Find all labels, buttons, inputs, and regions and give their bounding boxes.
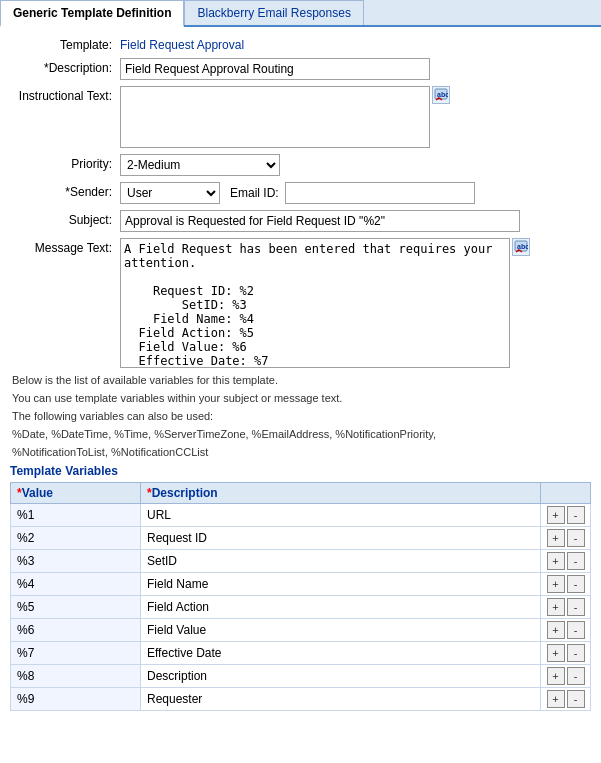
instructional-spellcheck-button[interactable]: abc [432,86,450,104]
var-value-cell [11,642,141,665]
helper-line2: You can use template variables within yo… [10,392,591,404]
var-description-input[interactable] [145,506,536,524]
add-row-button[interactable]: + [547,552,565,570]
message-wrap: A Field Request has been entered that re… [120,238,530,368]
add-row-button[interactable]: + [547,621,565,639]
var-description-input[interactable] [145,621,536,639]
message-textarea[interactable]: A Field Request has been entered that re… [121,239,506,367]
tab-bar: Generic Template Definition Blackberry E… [0,0,601,27]
var-actions-cell: +- [541,527,591,550]
var-value-cell [11,665,141,688]
var-actions-cell: +- [541,688,591,711]
remove-row-button[interactable]: - [567,529,585,547]
col-header-value: Value [11,483,141,504]
remove-row-button[interactable]: - [567,690,585,708]
var-actions-cell: +- [541,619,591,642]
template-variables-title: Template Variables [10,464,591,478]
var-value-input[interactable] [15,644,136,662]
message-scrollbox: A Field Request has been entered that re… [120,238,510,368]
table-row: +- [11,688,591,711]
table-row: +- [11,665,591,688]
tab-generic[interactable]: Generic Template Definition [0,0,184,27]
description-row: *Description: [10,58,591,80]
var-value-input[interactable] [15,621,136,639]
var-value-input[interactable] [15,575,136,593]
var-description-input[interactable] [145,690,536,708]
remove-row-button[interactable]: - [567,644,585,662]
subject-input[interactable] [120,210,520,232]
var-value-input[interactable] [15,598,136,616]
svg-text:abc: abc [517,243,528,250]
add-row-button[interactable]: + [547,506,565,524]
main-content: Template: Field Request Approval *Descri… [0,27,601,719]
var-description-cell [141,573,541,596]
var-description-cell [141,665,541,688]
tab-blackberry[interactable]: Blackberry Email Responses [184,0,363,25]
var-value-cell [11,550,141,573]
helper-section: Below is the list of available variables… [10,374,591,458]
var-value-cell [11,573,141,596]
var-value-cell [11,688,141,711]
var-description-cell [141,527,541,550]
table-row: +- [11,619,591,642]
message-spellcheck-button[interactable]: abc [512,238,530,256]
email-id-input[interactable] [285,182,475,204]
template-value: Field Request Approval [120,35,244,52]
var-description-cell [141,550,541,573]
add-row-button[interactable]: + [547,690,565,708]
priority-row: Priority: 2-Medium 1-Low 3-High [10,154,591,176]
col-header-description: Description [141,483,541,504]
remove-row-button[interactable]: - [567,506,585,524]
priority-label: Priority: [10,154,120,171]
var-description-input[interactable] [145,529,536,547]
spellcheck-icon-2: abc [514,240,528,254]
sender-label: *Sender: [10,182,120,199]
var-value-input[interactable] [15,552,136,570]
instructional-textarea[interactable] [120,86,430,148]
instructional-row: Instructional Text: abc [10,86,591,148]
helper-line3: The following variables can also be used… [10,410,591,422]
var-description-input[interactable] [145,644,536,662]
message-label: Message Text: [10,238,120,255]
var-value-cell [11,504,141,527]
remove-row-button[interactable]: - [567,621,585,639]
helper-line4: %Date, %DateTime, %Time, %ServerTimeZone… [10,428,591,440]
sender-select[interactable]: User System [120,182,220,204]
var-description-input[interactable] [145,552,536,570]
helper-line5: %NotificationToList, %NotificationCCList [10,446,591,458]
var-description-input[interactable] [145,667,536,685]
add-row-button[interactable]: + [547,667,565,685]
remove-row-button[interactable]: - [567,667,585,685]
template-variables-section: Template Variables Value Description +-+… [10,464,591,711]
var-value-input[interactable] [15,529,136,547]
var-actions-cell: +- [541,550,591,573]
var-description-input[interactable] [145,575,536,593]
table-row: +- [11,642,591,665]
add-row-button[interactable]: + [547,529,565,547]
variables-table: Value Description +-+-+-+-+-+-+-+-+- [10,482,591,711]
var-value-input[interactable] [15,667,136,685]
add-row-button[interactable]: + [547,644,565,662]
description-input[interactable] [120,58,430,80]
instructional-wrap: abc [120,86,450,148]
var-value-cell [11,527,141,550]
var-description-input[interactable] [145,598,536,616]
var-value-cell [11,596,141,619]
remove-row-button[interactable]: - [567,552,585,570]
description-label: *Description: [10,58,120,75]
add-row-button[interactable]: + [547,598,565,616]
var-value-cell [11,619,141,642]
sender-controls: User System Email ID: [120,182,475,204]
message-row: Message Text: A Field Request has been e… [10,238,591,368]
table-row: +- [11,527,591,550]
spellcheck-icon: abc [434,88,448,102]
remove-row-button[interactable]: - [567,598,585,616]
var-description-cell [141,596,541,619]
subject-row: Subject: [10,210,591,232]
template-row: Template: Field Request Approval [10,35,591,52]
var-value-input[interactable] [15,506,136,524]
var-value-input[interactable] [15,690,136,708]
remove-row-button[interactable]: - [567,575,585,593]
add-row-button[interactable]: + [547,575,565,593]
priority-select[interactable]: 2-Medium 1-Low 3-High [120,154,280,176]
